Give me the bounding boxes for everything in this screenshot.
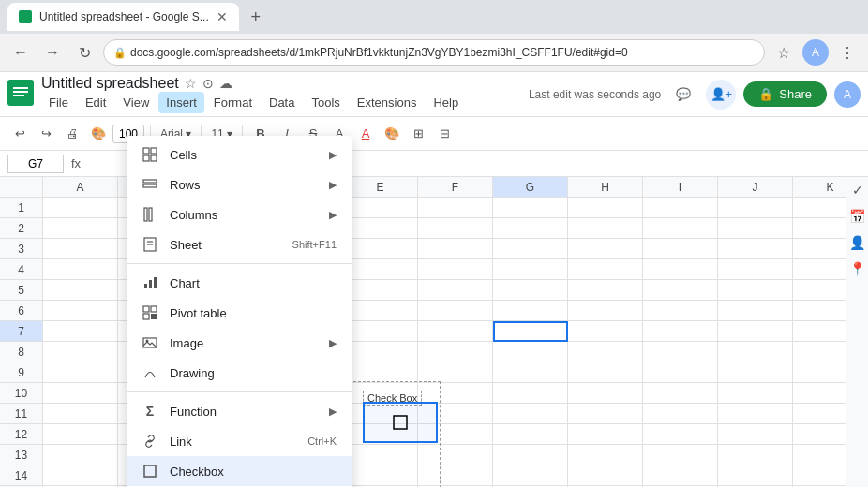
tab-close-button[interactable]: ✕ bbox=[217, 9, 228, 24]
merge-button[interactable]: ⊟ bbox=[432, 122, 456, 146]
new-tab-button[interactable]: + bbox=[243, 4, 269, 30]
col-header-A[interactable]: A bbox=[43, 177, 118, 197]
cell-I9[interactable] bbox=[643, 362, 718, 383]
row-header-13[interactable]: 13 bbox=[0, 445, 43, 465]
cell-A10[interactable] bbox=[43, 383, 118, 404]
drive-icon[interactable]: ☁ bbox=[219, 76, 232, 91]
address-bar[interactable]: 🔒 docs.google.com/spreadsheets/d/1mkPRju… bbox=[103, 39, 765, 66]
cell-E8[interactable] bbox=[343, 342, 418, 362]
sidebar-calendar-icon[interactable]: 📅 bbox=[848, 207, 867, 226]
cell-K14[interactable] bbox=[793, 465, 846, 486]
cell-H10[interactable] bbox=[568, 383, 643, 404]
cell-I12[interactable] bbox=[643, 424, 718, 445]
cell-K12[interactable] bbox=[793, 424, 846, 445]
cell-G4[interactable] bbox=[493, 259, 568, 280]
insert-pivot-item[interactable]: Pivot table bbox=[127, 298, 352, 328]
cell-K6[interactable] bbox=[793, 301, 846, 321]
insert-function-item[interactable]: Σ Function ▶ bbox=[127, 396, 352, 426]
row-header-14[interactable]: 14 bbox=[0, 465, 43, 486]
cell-K13[interactable] bbox=[793, 445, 846, 465]
cell-K11[interactable] bbox=[793, 404, 846, 424]
cell-J6[interactable] bbox=[718, 301, 793, 321]
row-header-4[interactable]: 4 bbox=[0, 259, 43, 280]
cell-J2[interactable] bbox=[718, 218, 793, 239]
insert-columns-item[interactable]: Columns ▶ bbox=[127, 199, 352, 229]
row-header-11[interactable]: 11 bbox=[0, 404, 43, 424]
cell-reference-input[interactable]: G7 bbox=[7, 155, 64, 173]
add-person-button[interactable]: 👤+ bbox=[706, 80, 736, 110]
cell-G12[interactable] bbox=[493, 424, 568, 445]
cell-H4[interactable] bbox=[568, 259, 643, 280]
cell-I4[interactable] bbox=[643, 259, 718, 280]
menu-extensions[interactable]: Extensions bbox=[350, 92, 425, 113]
text-color-button[interactable]: A bbox=[353, 122, 378, 146]
cell-A11[interactable] bbox=[43, 404, 118, 424]
cell-K9[interactable] bbox=[793, 362, 846, 383]
cell-J8[interactable] bbox=[718, 342, 793, 362]
cell-K5[interactable] bbox=[793, 280, 846, 301]
cell-G14[interactable] bbox=[493, 465, 568, 486]
cell-G1[interactable] bbox=[493, 198, 568, 218]
cell-A4[interactable] bbox=[43, 259, 118, 280]
cell-E4[interactable] bbox=[343, 259, 418, 280]
cell-A1[interactable] bbox=[43, 198, 118, 218]
row-header-6[interactable]: 6 bbox=[0, 301, 43, 321]
col-header-I[interactable]: I bbox=[643, 177, 718, 197]
cell-E3[interactable] bbox=[343, 239, 418, 259]
menu-data[interactable]: Data bbox=[262, 92, 302, 113]
col-header-F[interactable]: F bbox=[418, 177, 493, 197]
star-icon[interactable]: ☆ bbox=[185, 76, 197, 91]
cell-E7[interactable] bbox=[343, 321, 418, 342]
insert-link-item[interactable]: Link Ctrl+K bbox=[127, 426, 352, 456]
cell-H1[interactable] bbox=[568, 198, 643, 218]
cell-F10[interactable] bbox=[418, 383, 493, 404]
cell-F8[interactable] bbox=[418, 342, 493, 362]
cell-A13[interactable] bbox=[43, 445, 118, 465]
menu-insert[interactable]: Insert bbox=[158, 92, 204, 113]
cell-H2[interactable] bbox=[568, 218, 643, 239]
row-header-8[interactable]: 8 bbox=[0, 342, 43, 362]
cell-F13[interactable] bbox=[418, 445, 493, 465]
cell-I10[interactable] bbox=[643, 383, 718, 404]
cell-J13[interactable] bbox=[718, 445, 793, 465]
share-button[interactable]: 🔒 Share bbox=[743, 81, 827, 107]
redo-button[interactable]: ↪ bbox=[34, 122, 58, 146]
cell-H7[interactable] bbox=[568, 321, 643, 342]
row-header-9[interactable]: 9 bbox=[0, 362, 43, 383]
cell-H8[interactable] bbox=[568, 342, 643, 362]
cell-G3[interactable] bbox=[493, 239, 568, 259]
bookmark-button[interactable]: ☆ bbox=[771, 39, 797, 66]
cell-J12[interactable] bbox=[718, 424, 793, 445]
cell-F3[interactable] bbox=[418, 239, 493, 259]
cell-I13[interactable] bbox=[643, 445, 718, 465]
row-header-3[interactable]: 3 bbox=[0, 239, 43, 259]
cell-F5[interactable] bbox=[418, 280, 493, 301]
cell-A9[interactable] bbox=[43, 362, 118, 383]
cell-G8[interactable] bbox=[493, 342, 568, 362]
cell-K3[interactable] bbox=[793, 239, 846, 259]
reload-button[interactable]: ↻ bbox=[71, 39, 97, 66]
row-header-10[interactable]: 10 bbox=[0, 383, 43, 404]
app-title[interactable]: Untitled spreadsheet bbox=[41, 75, 179, 92]
menu-file[interactable]: File bbox=[41, 92, 76, 113]
cell-A8[interactable] bbox=[43, 342, 118, 362]
insert-chart-item[interactable]: Chart bbox=[127, 268, 352, 298]
cell-F1[interactable] bbox=[418, 198, 493, 218]
menu-format[interactable]: Format bbox=[206, 92, 260, 113]
cell-A14[interactable] bbox=[43, 465, 118, 486]
cell-G6[interactable] bbox=[493, 301, 568, 321]
cell-I2[interactable] bbox=[643, 218, 718, 239]
cell-A2[interactable] bbox=[43, 218, 118, 239]
explore-button[interactable]: 💬 bbox=[668, 80, 698, 110]
cell-J5[interactable] bbox=[718, 280, 793, 301]
cell-I8[interactable] bbox=[643, 342, 718, 362]
cell-E6[interactable] bbox=[343, 301, 418, 321]
col-header-E[interactable]: E bbox=[343, 177, 418, 197]
back-button[interactable]: ← bbox=[7, 39, 34, 66]
sidebar-people-icon[interactable]: 👤 bbox=[848, 233, 867, 252]
profile-avatar[interactable]: A bbox=[802, 39, 829, 66]
forward-button[interactable]: → bbox=[39, 39, 66, 66]
sidebar-maps-icon[interactable]: 📍 bbox=[848, 259, 867, 278]
cell-E2[interactable] bbox=[343, 218, 418, 239]
insert-image-item[interactable]: Image ▶ bbox=[127, 328, 352, 358]
